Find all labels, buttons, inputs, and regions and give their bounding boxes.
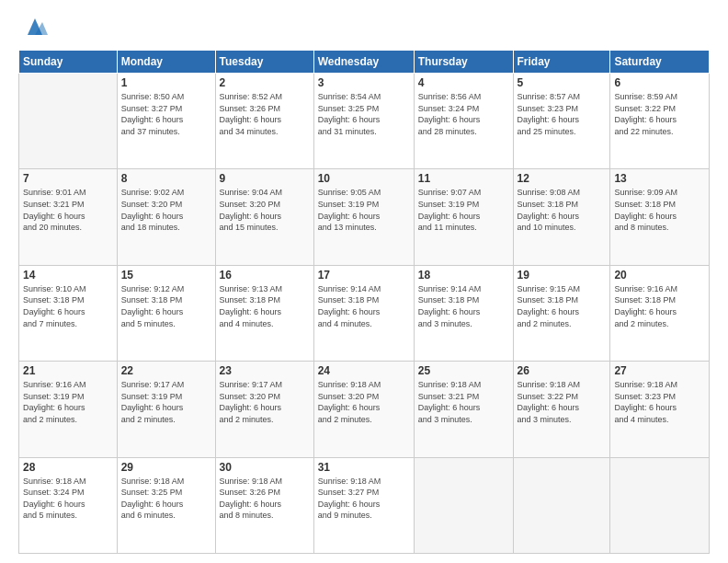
weekday-header-saturday: Saturday bbox=[610, 51, 710, 74]
day-number: 31 bbox=[318, 461, 410, 474]
day-number: 2 bbox=[220, 76, 310, 89]
calendar-cell bbox=[19, 74, 118, 169]
calendar-table: SundayMondayTuesdayWednesdayThursdayFrid… bbox=[18, 50, 710, 554]
day-info: Sunrise: 9:14 AM Sunset: 3:18 PM Dayligh… bbox=[418, 283, 509, 329]
day-info: Sunrise: 8:56 AM Sunset: 3:24 PM Dayligh… bbox=[418, 91, 509, 137]
calendar-cell: 9Sunrise: 9:04 AM Sunset: 3:20 PM Daylig… bbox=[215, 169, 313, 265]
day-info: Sunrise: 9:13 AM Sunset: 3:18 PM Dayligh… bbox=[220, 283, 310, 329]
calendar-cell bbox=[513, 457, 610, 553]
calendar-cell: 27Sunrise: 9:18 AM Sunset: 3:23 PM Dayli… bbox=[610, 362, 710, 457]
day-info: Sunrise: 9:18 AM Sunset: 3:23 PM Dayligh… bbox=[614, 379, 705, 425]
calendar-cell: 24Sunrise: 9:18 AM Sunset: 3:20 PM Dayli… bbox=[313, 362, 414, 457]
calendar-cell: 2Sunrise: 8:52 AM Sunset: 3:26 PM Daylig… bbox=[215, 74, 313, 169]
calendar-cell: 12Sunrise: 9:08 AM Sunset: 3:18 PM Dayli… bbox=[513, 169, 610, 265]
day-info: Sunrise: 9:18 AM Sunset: 3:22 PM Dayligh… bbox=[518, 379, 607, 425]
day-number: 17 bbox=[318, 269, 410, 282]
day-number: 23 bbox=[220, 364, 310, 377]
day-number: 26 bbox=[518, 364, 607, 377]
day-info: Sunrise: 9:15 AM Sunset: 3:18 PM Dayligh… bbox=[518, 283, 607, 329]
day-info: Sunrise: 9:18 AM Sunset: 3:20 PM Dayligh… bbox=[318, 379, 410, 425]
day-info: Sunrise: 9:16 AM Sunset: 3:19 PM Dayligh… bbox=[23, 379, 113, 425]
calendar-cell: 16Sunrise: 9:13 AM Sunset: 3:18 PM Dayli… bbox=[215, 265, 313, 361]
calendar-cell bbox=[414, 457, 513, 553]
day-info: Sunrise: 9:04 AM Sunset: 3:20 PM Dayligh… bbox=[220, 187, 310, 233]
day-info: Sunrise: 9:18 AM Sunset: 3:24 PM Dayligh… bbox=[23, 476, 113, 522]
day-info: Sunrise: 9:17 AM Sunset: 3:19 PM Dayligh… bbox=[121, 379, 211, 425]
day-number: 4 bbox=[418, 76, 509, 89]
calendar-cell: 30Sunrise: 9:18 AM Sunset: 3:26 PM Dayli… bbox=[215, 457, 313, 553]
day-info: Sunrise: 8:54 AM Sunset: 3:25 PM Dayligh… bbox=[318, 91, 410, 137]
day-number: 28 bbox=[23, 461, 113, 474]
calendar-cell: 17Sunrise: 9:14 AM Sunset: 3:18 PM Dayli… bbox=[313, 265, 414, 361]
calendar-cell: 5Sunrise: 8:57 AM Sunset: 3:23 PM Daylig… bbox=[513, 74, 610, 169]
page: SundayMondayTuesdayWednesdayThursdayFrid… bbox=[0, 0, 728, 563]
calendar-cell: 13Sunrise: 9:09 AM Sunset: 3:18 PM Dayli… bbox=[610, 169, 710, 265]
day-number: 22 bbox=[121, 364, 211, 377]
header bbox=[18, 15, 710, 40]
calendar-cell bbox=[610, 457, 710, 553]
logo-icon bbox=[22, 15, 48, 40]
calendar-cell: 28Sunrise: 9:18 AM Sunset: 3:24 PM Dayli… bbox=[19, 457, 118, 553]
calendar-cell: 15Sunrise: 9:12 AM Sunset: 3:18 PM Dayli… bbox=[117, 265, 215, 361]
day-number: 15 bbox=[121, 269, 211, 282]
calendar-week-1: 1Sunrise: 8:50 AM Sunset: 3:27 PM Daylig… bbox=[19, 74, 710, 169]
calendar-cell: 10Sunrise: 9:05 AM Sunset: 3:19 PM Dayli… bbox=[313, 169, 414, 265]
calendar-cell: 8Sunrise: 9:02 AM Sunset: 3:20 PM Daylig… bbox=[117, 169, 215, 265]
day-info: Sunrise: 8:57 AM Sunset: 3:23 PM Dayligh… bbox=[518, 91, 607, 137]
day-number: 24 bbox=[318, 364, 410, 377]
day-number: 18 bbox=[418, 269, 509, 282]
calendar-cell: 19Sunrise: 9:15 AM Sunset: 3:18 PM Dayli… bbox=[513, 265, 610, 361]
day-number: 19 bbox=[518, 269, 607, 282]
calendar-cell: 11Sunrise: 9:07 AM Sunset: 3:19 PM Dayli… bbox=[414, 169, 513, 265]
calendar-cell: 7Sunrise: 9:01 AM Sunset: 3:21 PM Daylig… bbox=[19, 169, 118, 265]
day-number: 29 bbox=[121, 461, 211, 474]
calendar-cell: 20Sunrise: 9:16 AM Sunset: 3:18 PM Dayli… bbox=[610, 265, 710, 361]
day-info: Sunrise: 9:14 AM Sunset: 3:18 PM Dayligh… bbox=[318, 283, 410, 329]
day-number: 20 bbox=[614, 269, 705, 282]
day-number: 12 bbox=[518, 172, 607, 185]
day-number: 10 bbox=[318, 172, 410, 185]
day-info: Sunrise: 9:18 AM Sunset: 3:21 PM Dayligh… bbox=[418, 379, 509, 425]
day-number: 27 bbox=[614, 364, 705, 377]
day-info: Sunrise: 9:18 AM Sunset: 3:26 PM Dayligh… bbox=[220, 476, 310, 522]
day-info: Sunrise: 9:02 AM Sunset: 3:20 PM Dayligh… bbox=[121, 187, 211, 233]
day-number: 30 bbox=[220, 461, 310, 474]
day-number: 7 bbox=[23, 172, 113, 185]
calendar-week-2: 7Sunrise: 9:01 AM Sunset: 3:21 PM Daylig… bbox=[19, 169, 710, 265]
weekday-header-wednesday: Wednesday bbox=[313, 51, 414, 74]
weekday-header-monday: Monday bbox=[117, 51, 215, 74]
calendar-cell: 14Sunrise: 9:10 AM Sunset: 3:18 PM Dayli… bbox=[19, 265, 118, 361]
weekday-header-tuesday: Tuesday bbox=[215, 51, 313, 74]
day-number: 16 bbox=[220, 269, 310, 282]
day-info: Sunrise: 9:18 AM Sunset: 3:25 PM Dayligh… bbox=[121, 476, 211, 522]
calendar-cell: 18Sunrise: 9:14 AM Sunset: 3:18 PM Dayli… bbox=[414, 265, 513, 361]
day-info: Sunrise: 9:01 AM Sunset: 3:21 PM Dayligh… bbox=[23, 187, 113, 233]
day-info: Sunrise: 8:50 AM Sunset: 3:27 PM Dayligh… bbox=[121, 91, 211, 137]
weekday-header-friday: Friday bbox=[513, 51, 610, 74]
day-number: 11 bbox=[418, 172, 509, 185]
day-info: Sunrise: 9:07 AM Sunset: 3:19 PM Dayligh… bbox=[418, 187, 509, 233]
calendar-cell: 26Sunrise: 9:18 AM Sunset: 3:22 PM Dayli… bbox=[513, 362, 610, 457]
calendar-cell: 25Sunrise: 9:18 AM Sunset: 3:21 PM Dayli… bbox=[414, 362, 513, 457]
weekday-header-row: SundayMondayTuesdayWednesdayThursdayFrid… bbox=[19, 51, 710, 74]
calendar-cell: 22Sunrise: 9:17 AM Sunset: 3:19 PM Dayli… bbox=[117, 362, 215, 457]
day-number: 5 bbox=[518, 76, 607, 89]
day-info: Sunrise: 9:10 AM Sunset: 3:18 PM Dayligh… bbox=[23, 283, 113, 329]
calendar-week-5: 28Sunrise: 9:18 AM Sunset: 3:24 PM Dayli… bbox=[19, 457, 710, 553]
calendar-cell: 3Sunrise: 8:54 AM Sunset: 3:25 PM Daylig… bbox=[313, 74, 414, 169]
logo bbox=[18, 15, 48, 40]
calendar-cell: 23Sunrise: 9:17 AM Sunset: 3:20 PM Dayli… bbox=[215, 362, 313, 457]
day-number: 8 bbox=[121, 172, 211, 185]
calendar-week-4: 21Sunrise: 9:16 AM Sunset: 3:19 PM Dayli… bbox=[19, 362, 710, 457]
day-number: 1 bbox=[121, 76, 211, 89]
day-number: 21 bbox=[23, 364, 113, 377]
day-info: Sunrise: 9:18 AM Sunset: 3:27 PM Dayligh… bbox=[318, 476, 410, 522]
calendar-cell: 4Sunrise: 8:56 AM Sunset: 3:24 PM Daylig… bbox=[414, 74, 513, 169]
weekday-header-thursday: Thursday bbox=[414, 51, 513, 74]
calendar-cell: 21Sunrise: 9:16 AM Sunset: 3:19 PM Dayli… bbox=[19, 362, 118, 457]
day-info: Sunrise: 9:12 AM Sunset: 3:18 PM Dayligh… bbox=[121, 283, 211, 329]
calendar-cell: 1Sunrise: 8:50 AM Sunset: 3:27 PM Daylig… bbox=[117, 74, 215, 169]
day-info: Sunrise: 8:59 AM Sunset: 3:22 PM Dayligh… bbox=[614, 91, 705, 137]
day-number: 14 bbox=[23, 269, 113, 282]
calendar-week-3: 14Sunrise: 9:10 AM Sunset: 3:18 PM Dayli… bbox=[19, 265, 710, 361]
